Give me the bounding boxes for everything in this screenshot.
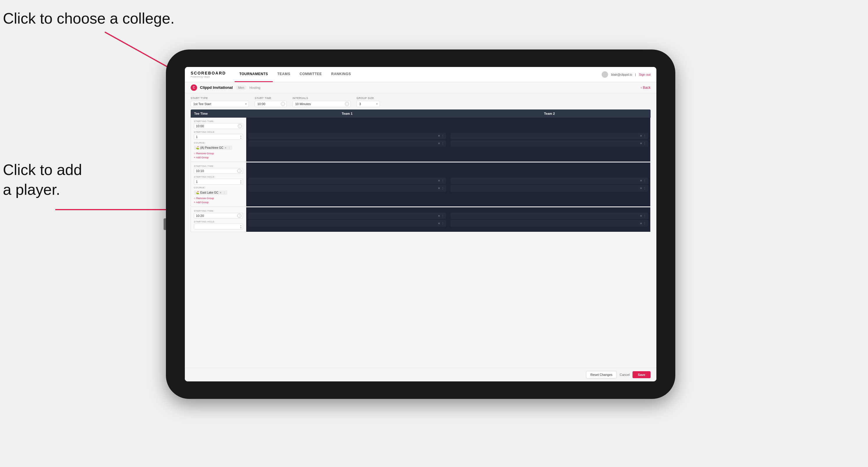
- player-x-icon-3-2[interactable]: ✕: [438, 187, 440, 190]
- team1-cell-2: ✕ ⋮ ✕ ⋮: [246, 162, 448, 207]
- player-dots-icon-5-1[interactable]: ⋮: [441, 214, 444, 217]
- player-x-icon-5-2[interactable]: ✕: [438, 222, 440, 225]
- time-info-icon-1: i: [238, 124, 242, 128]
- starting-hole-input-2[interactable]: [194, 179, 243, 185]
- player-x-icon-3-1[interactable]: ✕: [438, 179, 440, 182]
- player-row-5-1[interactable]: ✕ ⋮: [249, 213, 446, 219]
- group-1-controls: STARTING TIME: i STARTING HOLE: ▲ ▼: [191, 118, 246, 162]
- group-2-row: STARTING TIME: i STARTING HOLE: ▲ ▼: [191, 162, 650, 207]
- player-x-icon-6-1[interactable]: ✕: [640, 214, 642, 217]
- start-type-group: Start Type 1st Tee Start ▼: [191, 97, 249, 107]
- player-dots-icon-1-2[interactable]: ⋮: [441, 142, 444, 145]
- player-row-5-2[interactable]: ✕ ⋮: [249, 220, 446, 226]
- course-label-1: COURSE:: [194, 142, 243, 144]
- hole-up-2[interactable]: ▲: [240, 180, 242, 182]
- user-avatar: [602, 71, 608, 78]
- team2-cell-3: ✕ ⋮ ✕ ⋮: [448, 207, 650, 232]
- group-size-select-wrapper: 3 ▼: [356, 101, 380, 107]
- table-footer: Reset Changes Cancel Save: [185, 368, 656, 381]
- hole-up-1[interactable]: ▲: [240, 135, 242, 137]
- player-dots-icon-1-1[interactable]: ⋮: [441, 134, 444, 137]
- course-icon-1: ⛳: [196, 146, 199, 149]
- course-expand-1[interactable]: ⋮: [228, 147, 230, 149]
- group-size-select[interactable]: 3: [356, 101, 380, 107]
- player-row-3-1[interactable]: ✕ ⋮: [249, 178, 446, 184]
- nav-tournaments[interactable]: TOURNAMENTS: [235, 67, 273, 82]
- player-dots-icon-3-2[interactable]: ⋮: [441, 187, 444, 190]
- course-tag-wrapper-2: ⛳ East Lake GC ✕ ⋮: [194, 190, 243, 195]
- save-button[interactable]: Save: [632, 371, 651, 378]
- add-group-btn-2[interactable]: + Add Group: [194, 200, 243, 204]
- course-remove-2[interactable]: ✕: [219, 191, 222, 194]
- group-3-row: STARTING TIME: i STARTING HOLE: ▲ ▼: [191, 207, 650, 232]
- hole-down-3[interactable]: ▼: [240, 227, 242, 229]
- hole-input-wrapper-2: ▲ ▼: [194, 179, 243, 185]
- player-x-icon-5-1[interactable]: ✕: [438, 214, 440, 217]
- player-x-icon-4-1[interactable]: ✕: [640, 179, 642, 182]
- sign-out-link[interactable]: Sign out: [639, 73, 651, 76]
- starting-time-input-2[interactable]: [194, 168, 243, 174]
- starting-time-input-3[interactable]: [194, 213, 243, 219]
- intervals-info-icon: i: [345, 102, 349, 106]
- time-input-wrapper-1: i: [194, 123, 243, 129]
- player-row-6-2[interactable]: ✕ ⋮: [451, 220, 648, 226]
- player-row-4-1[interactable]: ✕ ⋮: [451, 178, 648, 184]
- player-row-2-2[interactable]: ✕ ⋮: [451, 140, 648, 147]
- time-info-icon-3: i: [237, 214, 241, 218]
- annotation-choose-college: Click to choose a college.: [3, 9, 175, 29]
- intervals-select-wrapper: 10 Minutes i: [292, 101, 351, 107]
- start-time-info-icon: i: [281, 102, 285, 106]
- back-button[interactable]: ‹ Back: [641, 86, 651, 90]
- player-dots-icon-6-2[interactable]: ⋮: [643, 222, 646, 225]
- player-x-icon-6-2[interactable]: ✕: [640, 222, 642, 225]
- intervals-label: Intervals: [292, 97, 351, 100]
- hole-up-3[interactable]: ▲: [240, 224, 242, 226]
- course-name-1: (A) Peachtree GC: [200, 146, 223, 149]
- player-dots-icon-6-1[interactable]: ⋮: [643, 214, 646, 217]
- tablet-frame: SCOREBOARD Powered by clippd TOURNAMENTS…: [166, 50, 675, 399]
- player-row-1-1[interactable]: ✕ ⋮: [249, 133, 446, 139]
- course-expand-2[interactable]: ⋮: [223, 191, 225, 194]
- intervals-select[interactable]: 10 Minutes: [292, 101, 351, 107]
- player-dots-icon-3-1[interactable]: ⋮: [441, 179, 444, 182]
- player-row-6-1[interactable]: ✕ ⋮: [451, 213, 648, 219]
- remove-group-btn-1[interactable]: ○ Remove Group: [194, 152, 243, 155]
- player-dots-icon-4-2[interactable]: ⋮: [643, 187, 646, 190]
- player-row-1-2[interactable]: ✕ ⋮: [249, 140, 446, 147]
- nav-teams[interactable]: TEAMS: [273, 67, 295, 82]
- player-x-icon-1-1[interactable]: ✕: [438, 134, 440, 137]
- group-1: STARTING TIME: i STARTING HOLE: ▲ ▼: [191, 118, 651, 162]
- player-dots-icon-2-2[interactable]: ⋮: [643, 142, 646, 145]
- player-x-icon-2-1[interactable]: ✕: [640, 134, 642, 137]
- hole-down-1[interactable]: ▼: [240, 137, 242, 139]
- hole-down-2[interactable]: ▼: [240, 182, 242, 184]
- team1-cell-1: ✕ ⋮ ✕ ⋮: [246, 118, 448, 162]
- starting-time-label-2: STARTING TIME:: [194, 165, 243, 167]
- brand: SCOREBOARD Powered by clippd: [191, 71, 226, 78]
- start-type-select-wrapper: 1st Tee Start ▼: [191, 101, 249, 107]
- intervals-group: Intervals 10 Minutes i: [292, 97, 351, 107]
- cancel-button[interactable]: Cancel: [620, 373, 630, 376]
- reset-changes-button[interactable]: Reset Changes: [586, 371, 617, 378]
- time-input-wrapper-2: i: [194, 168, 243, 174]
- player-x-icon-4-2[interactable]: ✕: [640, 187, 642, 190]
- starting-time-label-3: STARTING TIME:: [194, 210, 243, 212]
- player-row-4-2[interactable]: ✕ ⋮: [451, 185, 648, 192]
- player-row-3-2[interactable]: ✕ ⋮: [249, 185, 446, 192]
- course-remove-1[interactable]: ✕: [224, 147, 227, 149]
- add-group-btn-1[interactable]: + Add Group: [194, 156, 243, 159]
- player-x-icon-1-2[interactable]: ✕: [438, 142, 440, 145]
- player-dots-icon-5-2[interactable]: ⋮: [441, 222, 444, 225]
- starting-hole-input-3[interactable]: [194, 224, 243, 229]
- player-dots-icon-4-1[interactable]: ⋮: [643, 179, 646, 182]
- nav-rankings[interactable]: RANKINGS: [327, 67, 356, 82]
- remove-group-btn-2[interactable]: ○ Remove Group: [194, 196, 243, 200]
- starting-time-input-1[interactable]: [194, 123, 243, 129]
- player-row-2-1[interactable]: ✕ ⋮: [451, 133, 648, 139]
- player-x-icon-2-2[interactable]: ✕: [640, 142, 642, 145]
- time-input-wrapper-3: i: [194, 213, 243, 219]
- start-type-select[interactable]: 1st Tee Start: [191, 101, 249, 107]
- player-dots-icon-2-1[interactable]: ⋮: [643, 134, 646, 137]
- starting-hole-input-1[interactable]: [194, 134, 243, 140]
- nav-committee[interactable]: COMMITTEE: [295, 67, 327, 82]
